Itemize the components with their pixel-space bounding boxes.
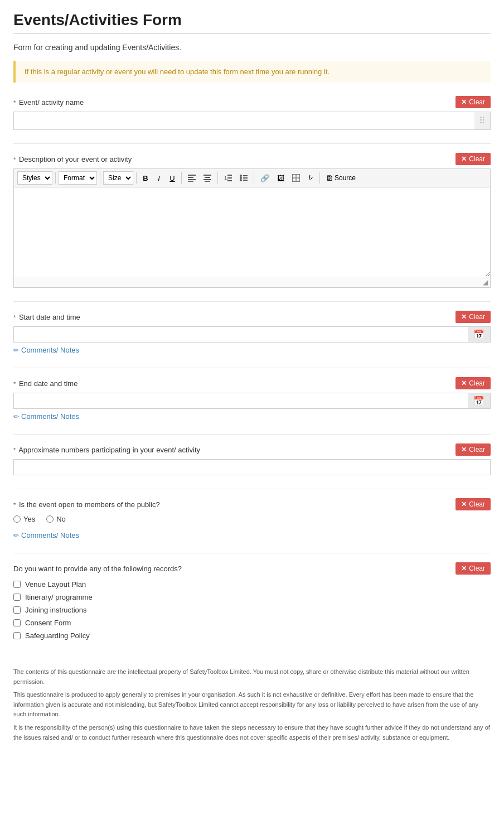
- public-event-radio-group: Yes No: [13, 515, 491, 523]
- public-event-clear-btn[interactable]: ✕ Clear: [455, 498, 491, 510]
- start-date-label: * Start date and time: [13, 313, 80, 321]
- consent-form-checkbox[interactable]: [13, 619, 21, 626]
- itinerary-checkbox[interactable]: [13, 594, 21, 601]
- section-divider-1: [13, 143, 491, 144]
- required-marker-2: *: [13, 156, 16, 163]
- ordered-list-btn[interactable]: 1.: [221, 171, 235, 185]
- end-date-calendar-btn[interactable]: 📅: [468, 393, 491, 409]
- description-clear-btn[interactable]: ✕ Clear: [455, 153, 491, 165]
- svg-point-13: [240, 177, 242, 179]
- svg-rect-17: [243, 180, 248, 181]
- image-btn[interactable]: 🖼: [274, 171, 288, 185]
- safeguarding-policy-checkbox-label[interactable]: Safeguarding Policy: [13, 631, 491, 640]
- end-date-input[interactable]: [13, 393, 468, 409]
- footer-line-3: It is the responsibility of the person(s…: [13, 723, 491, 742]
- align-center-btn[interactable]: [200, 171, 215, 185]
- end-date-label: * End date and time: [13, 379, 77, 388]
- event-name-section: * Event/ activity name ✕ Clear ⠿: [13, 96, 491, 130]
- toolbar-sep-7: [319, 172, 320, 184]
- public-event-no-radio[interactable]: [46, 515, 54, 523]
- required-marker-4: *: [13, 380, 16, 387]
- underline-btn[interactable]: U: [166, 171, 178, 185]
- svg-point-14: [240, 179, 242, 181]
- records-clear-btn[interactable]: ✕ Clear: [455, 562, 491, 575]
- approx-numbers-label: * Approximate numbers participating in y…: [13, 446, 200, 454]
- description-section: * Description of your event or activity …: [13, 153, 491, 288]
- unordered-list-btn[interactable]: [236, 171, 251, 185]
- approx-numbers-clear-btn[interactable]: ✕ Clear: [455, 443, 491, 456]
- approx-numbers-header: * Approximate numbers participating in y…: [13, 443, 491, 456]
- approx-numbers-section: * Approximate numbers participating in y…: [13, 443, 491, 475]
- required-marker: *: [13, 99, 16, 106]
- info-box: If this is a regular activity or event y…: [13, 61, 491, 83]
- source-btn[interactable]: 🖹 Source: [323, 171, 359, 185]
- description-editor: Styles Format Size B I U 1.: [13, 168, 491, 288]
- approx-numbers-input[interactable]: [13, 459, 491, 475]
- event-name-clear-btn[interactable]: ✕ Clear: [455, 96, 491, 108]
- page-title: Events/Activities Form: [13, 11, 491, 29]
- start-date-section: * Start date and time ✕ Clear 📅 ✏ Commen…: [13, 311, 491, 354]
- bold-btn[interactable]: B: [139, 171, 152, 185]
- size-select[interactable]: Size: [103, 171, 133, 185]
- align-left-btn[interactable]: [185, 171, 199, 185]
- clear-format-btn[interactable]: Ix: [304, 171, 317, 185]
- format-select[interactable]: Format: [59, 171, 97, 185]
- footer-line-2: This questionnaire is produced to apply …: [13, 690, 491, 720]
- event-name-input[interactable]: [13, 112, 474, 130]
- clear-x-icon-7: ✕: [461, 565, 467, 572]
- svg-rect-11: [227, 180, 232, 181]
- itinerary-checkbox-label[interactable]: Itinerary/ programme: [13, 593, 491, 601]
- event-name-input-wrapper: ⠿: [13, 112, 491, 130]
- public-event-label: * Is the event open to members of the pu…: [13, 500, 160, 509]
- venue-layout-checkbox-label[interactable]: Venue Layout Plan: [13, 580, 491, 589]
- public-event-no-label[interactable]: No: [46, 515, 66, 523]
- end-date-input-wrapper: 📅: [13, 393, 491, 409]
- start-date-calendar-btn[interactable]: 📅: [468, 326, 491, 343]
- public-event-yes-label[interactable]: Yes: [13, 515, 35, 523]
- section-divider-5: [13, 489, 491, 489]
- svg-rect-9: [227, 175, 232, 176]
- venue-layout-checkbox[interactable]: [13, 581, 21, 588]
- svg-rect-4: [203, 175, 211, 176]
- safeguarding-policy-checkbox[interactable]: [13, 632, 21, 639]
- toolbar-sep-5: [217, 172, 218, 184]
- joining-instructions-checkbox[interactable]: [13, 606, 21, 614]
- link-btn[interactable]: 🔗: [257, 171, 273, 185]
- styles-select[interactable]: Styles: [17, 171, 52, 185]
- clear-x-icon-3: ✕: [461, 313, 467, 321]
- svg-rect-6: [203, 179, 211, 180]
- public-event-comments-link[interactable]: ✏ Comments/ Notes: [13, 531, 79, 539]
- info-message: If this is a regular activity or event y…: [25, 67, 329, 76]
- italic-btn[interactable]: I: [153, 171, 165, 185]
- description-editor-content[interactable]: [14, 187, 490, 277]
- start-date-input-wrapper: 📅: [13, 326, 491, 343]
- start-date-input[interactable]: [13, 326, 468, 343]
- end-date-header: * End date and time ✕ Clear: [13, 377, 491, 389]
- end-date-clear-btn[interactable]: ✕ Clear: [455, 377, 491, 389]
- pencil-icon-2: ✏: [13, 413, 19, 421]
- consent-form-checkbox-label[interactable]: Consent Form: [13, 619, 491, 627]
- start-date-clear-btn[interactable]: ✕ Clear: [455, 311, 491, 323]
- title-divider: [13, 33, 491, 34]
- editor-resize-handle: ◢: [14, 277, 490, 287]
- event-name-drag-handle: ⠿: [474, 112, 491, 130]
- records-header: Do you want to provide any of the follow…: [13, 562, 491, 575]
- start-date-header: * Start date and time ✕ Clear: [13, 311, 491, 323]
- svg-rect-15: [243, 175, 248, 176]
- records-checkbox-group: Venue Layout Plan Itinerary/ programme J…: [13, 580, 491, 640]
- description-label: * Description of your event or activity: [13, 155, 132, 163]
- svg-rect-7: [205, 181, 210, 182]
- section-divider-4: [13, 434, 491, 435]
- footer: The contents of this questionnaire are t…: [13, 658, 491, 742]
- svg-rect-5: [205, 177, 210, 178]
- end-date-comments-link[interactable]: ✏ Comments/ Notes: [13, 412, 79, 421]
- section-divider-6: [13, 553, 491, 553]
- public-event-yes-radio[interactable]: [13, 515, 21, 523]
- event-name-header: * Event/ activity name ✕ Clear: [13, 96, 491, 108]
- start-date-comments-link[interactable]: ✏ Comments/ Notes: [13, 346, 79, 354]
- joining-instructions-checkbox-label[interactable]: Joining instructions: [13, 606, 491, 614]
- end-date-section: * End date and time ✕ Clear 📅 ✏ Comments…: [13, 377, 491, 421]
- records-label: Do you want to provide any of the follow…: [13, 565, 182, 573]
- public-event-header: * Is the event open to members of the pu…: [13, 498, 491, 510]
- table-btn[interactable]: [289, 171, 303, 185]
